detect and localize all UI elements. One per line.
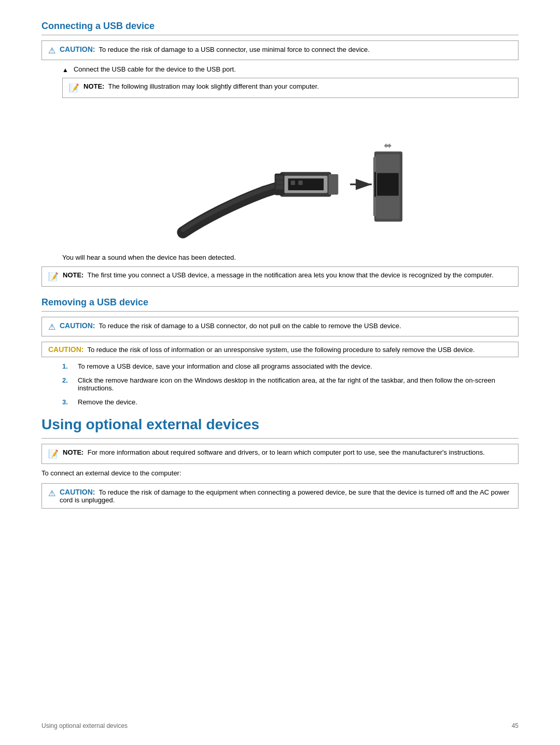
note-label-2: NOTE: bbox=[63, 271, 83, 279]
step-3: 3. Remove the device. bbox=[62, 398, 519, 406]
caution-triangle-icon-optional: ⚠ bbox=[48, 488, 55, 498]
removing-usb-section: Removing a USB device ⚠ CAUTION: To redu… bbox=[41, 297, 519, 406]
caution-text-1: CAUTION: To reduce the risk of damage to… bbox=[60, 45, 370, 53]
svg-rect-3 bbox=[291, 180, 295, 185]
removal-steps-list: 1. To remove a USB device, save your inf… bbox=[62, 362, 519, 406]
svg-text:⬌: ⬌ bbox=[384, 140, 392, 151]
svg-rect-16 bbox=[276, 180, 284, 184]
caution-text-remove-1: CAUTION: To reduce the risk of damage to… bbox=[60, 321, 401, 330]
note-icon-optional: 📝 bbox=[48, 449, 59, 459]
step-2-number: 2. bbox=[62, 376, 73, 384]
section-divider-2 bbox=[41, 311, 519, 312]
note-text-optional: NOTE: For more information about require… bbox=[63, 448, 485, 456]
bullet-triangle-icon-1: ▲ bbox=[62, 66, 68, 74]
detection-text: You will hear a sound when the device ha… bbox=[62, 254, 519, 261]
caution-box-optional: ⚠ CAUTION: To reduce the risk of damage … bbox=[41, 483, 519, 509]
caution-inline-2: CAUTION: To reduce the risk of loss of i… bbox=[41, 342, 519, 357]
using-optional-heading: Using optional external devices bbox=[41, 416, 519, 433]
svg-rect-12 bbox=[377, 173, 399, 196]
note-icon-2: 📝 bbox=[48, 272, 59, 282]
svg-rect-4 bbox=[298, 180, 302, 185]
step-1: 1. To remove a USB device, save your inf… bbox=[62, 362, 519, 370]
step-3-text: Remove the device. bbox=[78, 398, 137, 406]
note-box-1: 📝 NOTE: The following illustration may l… bbox=[62, 78, 519, 98]
connecting-usb-section: Connecting a USB device ⚠ CAUTION: To re… bbox=[41, 21, 519, 287]
note-label-1: NOTE: bbox=[83, 82, 104, 90]
note-box-optional: 📝 NOTE: For more information about requi… bbox=[41, 444, 519, 464]
caution-text-remove-2: CAUTION: To reduce the risk of loss of i… bbox=[48, 345, 475, 354]
note-text-1: NOTE: The following illustration may loo… bbox=[83, 82, 319, 90]
step-2-text: Click the remove hardware icon on the Wi… bbox=[78, 376, 519, 392]
using-optional-section: Using optional external devices 📝 NOTE: … bbox=[41, 416, 519, 509]
caution-box-1: ⚠ CAUTION: To reduce the risk of damage … bbox=[41, 40, 519, 60]
note-box-2: 📝 NOTE: The first time you connect a USB… bbox=[41, 266, 519, 287]
note-label-optional: NOTE: bbox=[63, 448, 83, 456]
step-1-number: 1. bbox=[62, 362, 73, 370]
caution-triangle-icon-2: ⚠ bbox=[48, 322, 55, 332]
connecting-usb-heading: Connecting a USB device bbox=[41, 21, 519, 32]
optional-body-text: To connect an external device to the com… bbox=[41, 469, 519, 477]
caution-label-optional: CAUTION: bbox=[60, 488, 95, 496]
removing-usb-heading: Removing a USB device bbox=[41, 297, 519, 308]
caution-label-remove-2: CAUTION: bbox=[48, 345, 83, 354]
step-3-number: 3. bbox=[62, 398, 73, 406]
step-2: 2. Click the remove hardware icon on the… bbox=[62, 376, 519, 392]
bullet-text-1: Connect the USB cable for the device to … bbox=[74, 65, 236, 73]
note-text-2: NOTE: The first time you connect a USB d… bbox=[63, 271, 494, 279]
footer-right: 45 bbox=[512, 722, 519, 729]
caution-triangle-icon-1: ⚠ bbox=[48, 46, 55, 55]
caution-label-remove-1: CAUTION: bbox=[60, 321, 95, 330]
svg-rect-5 bbox=[329, 174, 339, 195]
usb-svg-image: ⬌ bbox=[41, 108, 519, 243]
caution-text-optional: CAUTION: To reduce the risk of damage to… bbox=[60, 488, 512, 504]
step-1-text: To remove a USB device, save your inform… bbox=[78, 362, 372, 370]
bullet-item-1: ▲ Connect the USB cable for the device t… bbox=[62, 65, 519, 74]
footer-left: Using optional external devices bbox=[41, 722, 128, 729]
caution-box-remove-1: ⚠ CAUTION: To reduce the risk of damage … bbox=[41, 317, 519, 336]
caution-label-1: CAUTION: bbox=[60, 45, 95, 53]
svg-rect-15 bbox=[276, 175, 284, 179]
page-footer: Using optional external devices 45 bbox=[0, 722, 560, 729]
svg-rect-17 bbox=[276, 185, 284, 189]
usb-illustration: ⬌ bbox=[41, 108, 519, 243]
note-icon-1: 📝 bbox=[69, 83, 79, 93]
section-divider-1 bbox=[41, 35, 519, 35]
section-divider-3 bbox=[41, 438, 519, 439]
